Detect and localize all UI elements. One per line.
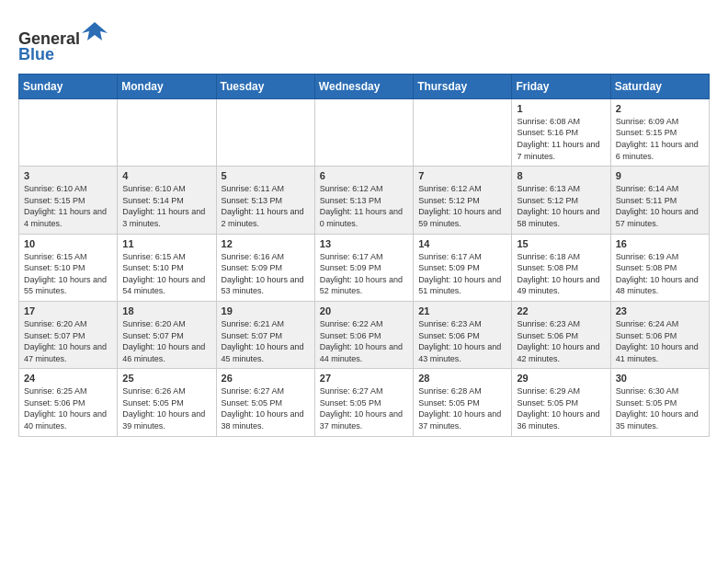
day-number: 13 [320,238,408,249]
day-info: Sunrise: 6:28 AMSunset: 5:05 PMDaylight:… [418,385,506,431]
day-number: 14 [418,238,506,249]
calendar-cell: 21Sunrise: 6:23 AMSunset: 5:06 PMDayligh… [414,301,512,368]
weekday-header-sunday: Sunday [19,74,118,98]
day-info: Sunrise: 6:26 AMSunset: 5:05 PMDaylight:… [122,385,210,431]
day-number: 18 [122,305,210,316]
calendar-cell: 4Sunrise: 6:10 AMSunset: 5:14 PMDaylight… [118,167,216,234]
calendar-week-5: 24Sunrise: 6:25 AMSunset: 5:06 PMDayligh… [19,369,710,436]
day-info: Sunrise: 6:20 AMSunset: 5:07 PMDaylight:… [24,318,112,364]
day-info: Sunrise: 6:13 AMSunset: 5:12 PMDaylight:… [517,183,605,229]
calendar-cell: 30Sunrise: 6:30 AMSunset: 5:05 PMDayligh… [610,369,709,436]
calendar-cell: 14Sunrise: 6:17 AMSunset: 5:09 PMDayligh… [414,234,512,301]
day-info: Sunrise: 6:23 AMSunset: 5:06 PMDaylight:… [517,318,605,364]
calendar-cell [314,98,413,166]
weekday-header-tuesday: Tuesday [216,74,314,98]
calendar-cell: 12Sunrise: 6:16 AMSunset: 5:09 PMDayligh… [216,234,314,301]
day-number: 5 [222,170,310,181]
calendar-cell: 17Sunrise: 6:20 AMSunset: 5:07 PMDayligh… [19,301,118,368]
day-number: 27 [320,373,408,384]
day-info: Sunrise: 6:17 AMSunset: 5:09 PMDaylight:… [418,251,506,297]
day-info: Sunrise: 6:17 AMSunset: 5:09 PMDaylight:… [320,251,408,297]
day-number: 11 [122,238,210,249]
day-info: Sunrise: 6:21 AMSunset: 5:07 PMDaylight:… [222,318,310,364]
day-number: 29 [517,373,605,384]
logo-text: General Blue [18,18,108,64]
svg-marker-0 [82,22,108,40]
day-number: 30 [616,373,704,384]
calendar-week-2: 3Sunrise: 6:10 AMSunset: 5:15 PMDaylight… [19,167,710,234]
page: General Blue SundayMondayTuesdayWednesda… [0,0,728,563]
day-info: Sunrise: 6:25 AMSunset: 5:06 PMDaylight:… [24,385,112,431]
calendar-cell [118,98,216,166]
calendar-cell: 1Sunrise: 6:08 AMSunset: 5:16 PMDaylight… [512,98,610,166]
calendar-week-3: 10Sunrise: 6:15 AMSunset: 5:10 PMDayligh… [19,234,710,301]
day-info: Sunrise: 6:20 AMSunset: 5:07 PMDaylight:… [122,318,210,364]
day-info: Sunrise: 6:29 AMSunset: 5:05 PMDaylight:… [517,385,605,431]
calendar-cell [414,98,512,166]
calendar-cell: 7Sunrise: 6:12 AMSunset: 5:12 PMDaylight… [414,167,512,234]
day-info: Sunrise: 6:27 AMSunset: 5:05 PMDaylight:… [222,385,310,431]
day-number: 28 [418,373,506,384]
calendar-cell: 26Sunrise: 6:27 AMSunset: 5:05 PMDayligh… [216,369,314,436]
day-number: 21 [418,305,506,316]
logo: General Blue [18,18,108,64]
day-number: 23 [616,305,704,316]
day-number: 1 [517,103,605,114]
calendar-week-4: 17Sunrise: 6:20 AMSunset: 5:07 PMDayligh… [19,301,710,368]
weekday-header-row: SundayMondayTuesdayWednesdayThursdayFrid… [19,74,710,98]
calendar-table: SundayMondayTuesdayWednesdayThursdayFrid… [18,74,710,437]
day-info: Sunrise: 6:10 AMSunset: 5:15 PMDaylight:… [24,183,112,229]
logo-bird-icon [82,18,108,44]
weekday-header-wednesday: Wednesday [314,74,413,98]
day-info: Sunrise: 6:10 AMSunset: 5:14 PMDaylight:… [122,183,210,229]
weekday-header-friday: Friday [512,74,610,98]
calendar-cell: 9Sunrise: 6:14 AMSunset: 5:11 PMDaylight… [610,167,709,234]
day-info: Sunrise: 6:15 AMSunset: 5:10 PMDaylight:… [122,251,210,297]
calendar-cell: 10Sunrise: 6:15 AMSunset: 5:10 PMDayligh… [19,234,118,301]
day-info: Sunrise: 6:15 AMSunset: 5:10 PMDaylight:… [24,251,112,297]
day-number: 24 [24,373,112,384]
day-info: Sunrise: 6:22 AMSunset: 5:06 PMDaylight:… [320,318,408,364]
calendar-cell: 6Sunrise: 6:12 AMSunset: 5:13 PMDaylight… [314,167,413,234]
day-number: 22 [517,305,605,316]
calendar-cell: 8Sunrise: 6:13 AMSunset: 5:12 PMDaylight… [512,167,610,234]
day-number: 3 [24,170,112,181]
day-number: 12 [222,238,310,249]
calendar-cell: 28Sunrise: 6:28 AMSunset: 5:05 PMDayligh… [414,369,512,436]
calendar-cell: 3Sunrise: 6:10 AMSunset: 5:15 PMDaylight… [19,167,118,234]
weekday-header-saturday: Saturday [610,74,709,98]
day-number: 6 [320,170,408,181]
calendar-cell: 15Sunrise: 6:18 AMSunset: 5:08 PMDayligh… [512,234,610,301]
day-info: Sunrise: 6:11 AMSunset: 5:13 PMDaylight:… [222,183,310,229]
day-info: Sunrise: 6:09 AMSunset: 5:15 PMDaylight:… [616,116,704,162]
day-number: 16 [616,238,704,249]
day-info: Sunrise: 6:27 AMSunset: 5:05 PMDaylight:… [320,385,408,431]
calendar-cell: 23Sunrise: 6:24 AMSunset: 5:06 PMDayligh… [610,301,709,368]
day-number: 9 [616,170,704,181]
day-info: Sunrise: 6:16 AMSunset: 5:09 PMDaylight:… [222,251,310,297]
day-number: 17 [24,305,112,316]
day-number: 15 [517,238,605,249]
day-number: 19 [222,305,310,316]
calendar-cell [19,98,118,166]
day-info: Sunrise: 6:23 AMSunset: 5:06 PMDaylight:… [418,318,506,364]
calendar-cell: 11Sunrise: 6:15 AMSunset: 5:10 PMDayligh… [118,234,216,301]
weekday-header-thursday: Thursday [414,74,512,98]
day-number: 4 [122,170,210,181]
calendar-cell: 25Sunrise: 6:26 AMSunset: 5:05 PMDayligh… [118,369,216,436]
day-number: 26 [222,373,310,384]
calendar-cell: 18Sunrise: 6:20 AMSunset: 5:07 PMDayligh… [118,301,216,368]
calendar-cell: 24Sunrise: 6:25 AMSunset: 5:06 PMDayligh… [19,369,118,436]
day-number: 8 [517,170,605,181]
calendar-cell [216,98,314,166]
calendar-cell: 22Sunrise: 6:23 AMSunset: 5:06 PMDayligh… [512,301,610,368]
weekday-header-monday: Monday [118,74,216,98]
calendar-cell: 13Sunrise: 6:17 AMSunset: 5:09 PMDayligh… [314,234,413,301]
day-info: Sunrise: 6:08 AMSunset: 5:16 PMDaylight:… [517,116,605,162]
calendar-cell: 27Sunrise: 6:27 AMSunset: 5:05 PMDayligh… [314,369,413,436]
calendar-cell: 19Sunrise: 6:21 AMSunset: 5:07 PMDayligh… [216,301,314,368]
calendar-week-1: 1Sunrise: 6:08 AMSunset: 5:16 PMDaylight… [19,98,710,166]
day-info: Sunrise: 6:12 AMSunset: 5:12 PMDaylight:… [418,183,506,229]
day-info: Sunrise: 6:12 AMSunset: 5:13 PMDaylight:… [320,183,408,229]
day-info: Sunrise: 6:19 AMSunset: 5:08 PMDaylight:… [616,251,704,297]
